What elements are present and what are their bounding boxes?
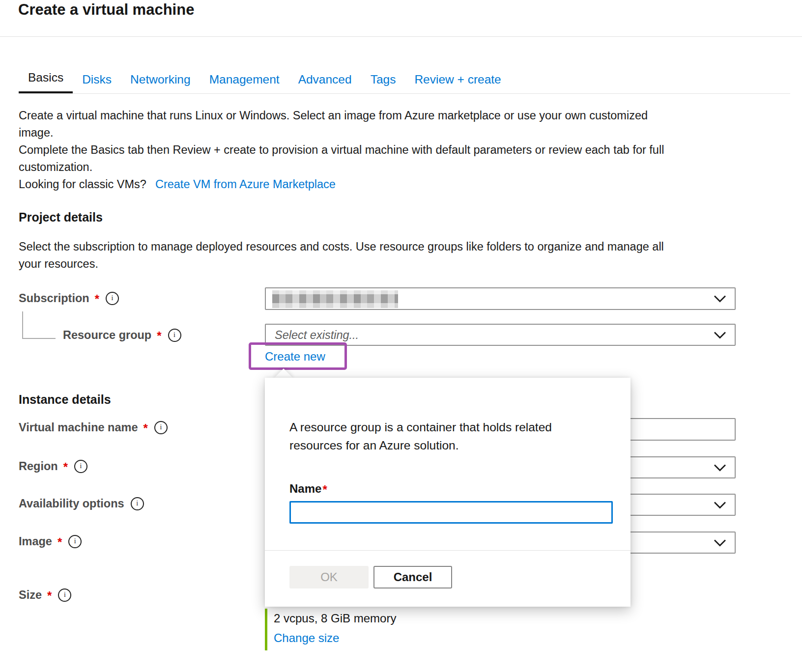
required-asterisk: [322, 483, 327, 497]
project-desc-line: Select the subscription to manage deploy…: [19, 238, 664, 255]
tab-networking[interactable]: Networking: [121, 71, 200, 93]
ok-button[interactable]: OK: [289, 566, 369, 588]
intro-line: image.: [19, 124, 664, 141]
chevron-down-icon: [713, 295, 727, 303]
tab-basics[interactable]: Basics: [19, 69, 73, 93]
tab-advanced[interactable]: Advanced: [289, 71, 361, 93]
resource-group-name-input[interactable]: [289, 501, 613, 524]
intro-line: Complete the Basics tab then Review + cr…: [19, 141, 664, 159]
required-asterisk: [47, 589, 52, 603]
image-label-row: Image: [19, 534, 82, 549]
project-details-heading: Project details: [19, 210, 103, 224]
info-icon[interactable]: [68, 535, 82, 548]
subscription-label-row: Subscription: [19, 291, 119, 306]
classic-vms-row: Looking for classic VMs?Create VM from A…: [19, 176, 664, 193]
info-icon[interactable]: [106, 292, 119, 305]
required-asterisk: [63, 460, 68, 474]
region-label: Region: [19, 460, 58, 473]
intro-line: customization.: [19, 159, 664, 176]
popup-description-line: resources for an Azure solution.: [289, 436, 552, 454]
subscription-rg-connector: [22, 338, 56, 339]
info-icon[interactable]: [154, 421, 168, 434]
size-label: Size: [19, 588, 42, 602]
chevron-down-icon: [713, 331, 727, 339]
popup-name-label-row: Name: [289, 482, 327, 496]
tab-disks[interactable]: Disks: [73, 71, 121, 93]
info-icon[interactable]: [58, 588, 71, 602]
availability-options-label-row: Availability options: [19, 496, 144, 511]
chevron-down-icon: [713, 463, 727, 472]
subscription-value-redacted: [272, 290, 398, 308]
info-icon[interactable]: [168, 329, 181, 342]
create-vm-marketplace-link[interactable]: Create VM from Azure Marketplace: [155, 178, 336, 191]
instance-details-heading: Instance details: [19, 392, 111, 407]
required-asterisk: [57, 535, 62, 549]
chevron-down-icon: [713, 538, 727, 547]
tab-tags[interactable]: Tags: [361, 71, 405, 93]
subscription-label: Subscription: [19, 292, 89, 305]
availability-options-label: Availability options: [19, 497, 124, 510]
header-divider: [0, 36, 802, 37]
info-icon[interactable]: [74, 460, 87, 473]
vm-name-label-row: Virtual machine name: [19, 420, 168, 435]
popup-description-line: A resource group is a container that hol…: [289, 418, 552, 436]
change-size-link[interactable]: Change size: [274, 631, 339, 645]
project-details-description: Select the subscription to manage deploy…: [19, 238, 664, 273]
info-icon[interactable]: [131, 497, 144, 510]
popup-footer-divider: [265, 550, 630, 551]
intro-text: Create a virtual machine that runs Linux…: [19, 107, 664, 193]
create-new-link[interactable]: Create new: [265, 350, 325, 364]
size-specs-text: 2 vcpus, 8 GiB memory: [274, 612, 396, 625]
subscription-rg-connector: [22, 311, 23, 339]
subscription-dropdown[interactable]: [265, 287, 736, 310]
page-title: Create a virtual machine: [18, 1, 194, 19]
resource-group-placeholder: Select existing...: [275, 328, 359, 341]
tab-review-create[interactable]: Review + create: [405, 71, 510, 93]
required-asterisk: [143, 421, 148, 435]
vm-name-label: Virtual machine name: [19, 421, 138, 434]
size-label-row: Size: [19, 588, 71, 602]
project-desc-line: your resources.: [19, 255, 664, 273]
create-vm-page: Create a virtual machine Basics Disks Ne…: [0, 0, 802, 672]
chevron-down-icon: [713, 501, 727, 509]
resource-group-label: Resource group: [63, 329, 151, 342]
tab-bar-underline: [19, 93, 790, 94]
classic-vms-question: Looking for classic VMs?: [19, 178, 146, 191]
required-asterisk: [157, 329, 161, 343]
image-label: Image: [19, 535, 52, 548]
resource-group-label-row: Resource group: [63, 328, 181, 342]
size-selection-indicator-bar: [265, 609, 267, 650]
cancel-button[interactable]: Cancel: [373, 566, 452, 588]
popup-name-label: Name: [289, 482, 321, 496]
resource-group-dropdown[interactable]: Select existing...: [265, 324, 736, 346]
popup-description: A resource group is a container that hol…: [289, 418, 552, 454]
create-resource-group-popup: A resource group is a container that hol…: [265, 378, 630, 607]
tab-bar: Basics Disks Networking Management Advan…: [19, 69, 511, 93]
tab-management[interactable]: Management: [200, 71, 289, 93]
region-label-row: Region: [19, 459, 87, 474]
required-asterisk: [95, 292, 99, 306]
intro-line: Create a virtual machine that runs Linux…: [19, 107, 664, 124]
